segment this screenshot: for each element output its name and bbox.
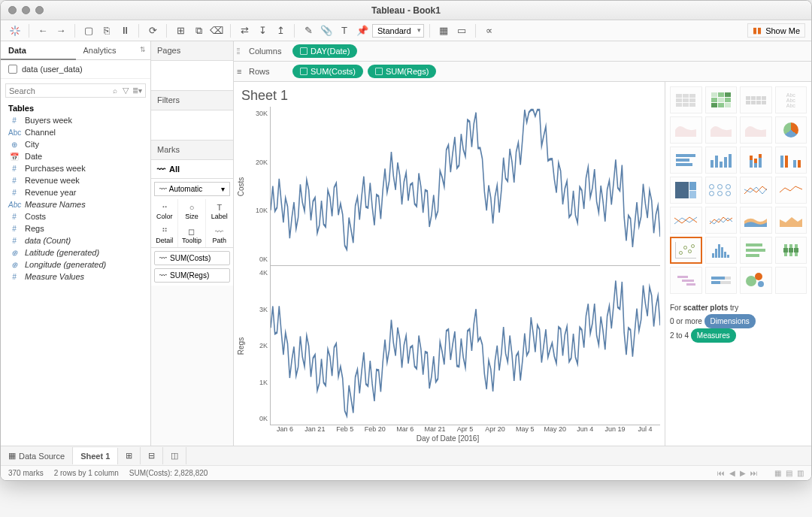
nav-prev-icon[interactable]: ◀ [729,469,735,477]
showme-area-disc[interactable] [775,207,807,234]
new-worksheet-button[interactable]: ⊞ [118,447,141,464]
showme-sidebar[interactable] [775,147,807,174]
showme-highlight[interactable] [740,86,772,113]
field-channel[interactable]: AbcChannel [1,126,150,138]
showme-pie[interactable] [775,116,807,144]
mark-size[interactable]: ○Size [178,199,205,223]
showme-map-fill[interactable] [705,116,738,144]
showme-tree[interactable] [670,177,702,204]
showme-bubble[interactable] [740,267,772,294]
mark-label[interactable]: TLabel [206,199,233,223]
field-data-count-[interactable]: #data (Count) [1,234,150,246]
datasource-row[interactable]: data (user_data) [1,60,150,79]
nav-last-icon[interactable]: ⏭ [750,469,758,477]
showme-circle[interactable] [705,177,738,204]
search-field[interactable]: ⌕ ▽ ≣▾ [5,83,146,98]
field-revenue-year[interactable]: #Revenue year [1,186,150,198]
chart-costs[interactable]: Costs 30K20K10K0K [235,107,660,266]
highlight-icon[interactable]: ✎ [300,23,317,39]
showme-dual-line[interactable] [670,207,702,234]
showme-hbar[interactable] [670,147,702,174]
view-filmstrip-icon[interactable]: ▤ [786,469,792,477]
new-sheet-icon[interactable]: ⊞ [172,23,189,39]
filters-shelf[interactable] [151,110,233,141]
present-icon[interactable]: ▭ [453,23,470,39]
showme-sideline[interactable] [740,177,772,204]
new-data-icon[interactable]: ⎘ [98,23,115,39]
label-icon[interactable]: T [336,23,353,39]
tableau-logo-icon[interactable] [7,23,23,39]
pages-shelf[interactable] [151,61,233,91]
cards-icon[interactable]: ▦ [435,23,452,39]
showme-heat[interactable] [705,86,738,113]
sort-asc-icon[interactable]: ↧ [254,23,271,39]
field-revenue-week[interactable]: #Revenue week [1,174,150,186]
tab-analytics[interactable]: Analytics [76,41,151,59]
back-icon[interactable]: ← [35,23,51,39]
swap-icon[interactable]: ⇄ [236,23,253,39]
showme-text[interactable]: AbcAbcAbc [775,86,807,113]
mark-type-selector[interactable]: 〰 Automatic▾ [154,182,230,196]
field-regs[interactable]: #Regs [1,222,150,234]
share-icon[interactable]: ∝ [481,23,498,39]
showme-boxh[interactable] [740,237,772,264]
showme-gantt[interactable] [670,267,702,294]
pill[interactable]: SUM(Costs) [292,65,363,78]
fit-selector[interactable]: Standard [372,24,424,38]
showme-box[interactable] [775,237,807,264]
field-date[interactable]: 📅Date [1,150,150,162]
pin-icon[interactable]: 📌 [354,23,371,39]
showme-scatter[interactable] [670,237,702,264]
save-icon[interactable]: ▢ [80,23,97,39]
search-input[interactable] [9,86,113,95]
tab-sheet-1[interactable]: Sheet 1 [73,448,118,464]
group-icon[interactable]: 📎 [318,23,335,39]
pill[interactable]: DAY(Date) [292,44,357,58]
refresh-icon[interactable]: ⟳ [144,23,161,39]
mark-tooltip[interactable]: ◻Tooltip [178,223,205,247]
showme-stacked[interactable] [740,147,772,174]
sort-desc-icon[interactable]: ↥ [272,23,289,39]
chart-regs[interactable]: Regs 4K3K2K1K0K [235,266,660,425]
new-dashboard-button[interactable]: ⊟ [141,447,163,464]
pill[interactable]: SUM(Regs) [368,65,436,78]
tab-data[interactable]: Data [1,41,76,59]
columns-shelf[interactable]: ⦙⦙Columns DAY(Date) [234,41,811,62]
mark-detail[interactable]: ⠛Detail [151,223,178,247]
pause-icon[interactable]: ⏸ [117,23,133,39]
marks-pill[interactable]: 〰SUM(Regs) [154,268,230,283]
show-me-button[interactable]: ▮▮ Show Me [747,23,805,38]
forward-icon[interactable]: → [53,23,69,39]
showme-bullet[interactable] [705,267,738,294]
field-measure-names[interactable]: AbcMeasure Names [1,198,150,210]
showme-table[interactable] [670,86,702,113]
showme-map-dense[interactable] [740,116,772,144]
field-purchases-week[interactable]: #Purchases week [1,162,150,174]
tab-data-source[interactable]: ▦Data Source [1,447,73,464]
showme-lines[interactable] [705,207,738,234]
showme-map-sym[interactable] [670,116,702,144]
field-measure-values[interactable]: #Measure Values [1,271,150,283]
new-story-button[interactable]: ◫ [163,447,186,464]
showme-hist[interactable] [705,237,738,264]
field-longitude-generated-[interactable]: ⊕Longitude (generated) [1,258,150,271]
view-toggle-icon[interactable]: ≣▾ [132,86,142,95]
marks-all[interactable]: 〰All [151,160,233,179]
showme-line[interactable] [775,177,807,204]
duplicate-icon[interactable]: ⧉ [190,23,207,39]
showme-area[interactable] [740,207,772,234]
field-buyers-week[interactable]: #Buyers week [1,114,150,126]
clear-icon[interactable]: ⌫ [208,23,225,39]
marks-pill[interactable]: 〰SUM(Costs) [154,251,230,265]
sheet-title[interactable]: Sheet 1 [235,85,660,107]
mark-path[interactable]: 〰Path [206,223,233,247]
showme-bar[interactable] [705,147,738,174]
field-costs[interactable]: #Costs [1,210,150,222]
field-city[interactable]: ⊕City [1,138,150,150]
nav-first-icon[interactable]: ⏮ [717,469,725,477]
filter-icon[interactable]: ▽ [123,86,129,95]
rows-shelf[interactable]: ≡Rows SUM(Costs)SUM(Regs) [234,62,811,82]
view-list-icon[interactable]: ▥ [797,469,804,477]
nav-next-icon[interactable]: ▶ [740,469,746,477]
view-grid-icon[interactable]: ▦ [774,469,781,477]
